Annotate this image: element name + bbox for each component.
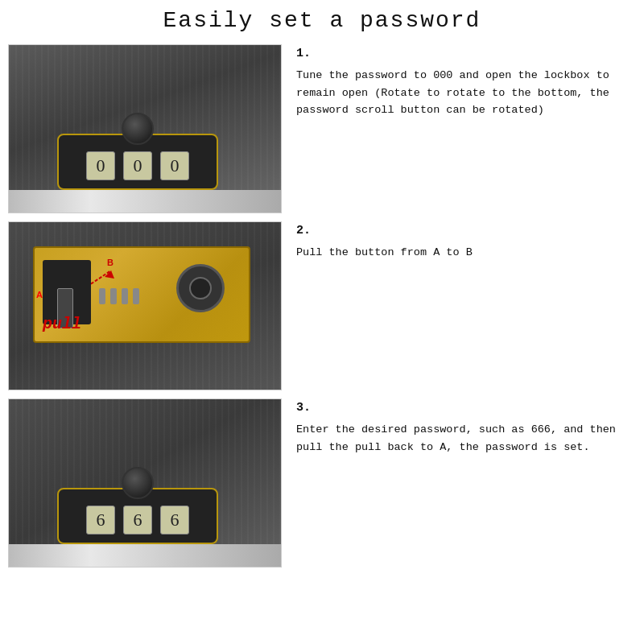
step-1-description: Tune the password to 000 and open the lo…	[296, 67, 636, 119]
step-3-text-block: 3. Enter the desired password, such as 6…	[282, 398, 636, 456]
mechanism-container: A B pull	[33, 246, 266, 367]
mech-pegs	[99, 288, 139, 304]
mech-socket	[176, 264, 225, 312]
step-1-text-block: 1. Tune the password to 000 and open the…	[282, 44, 636, 119]
step-2-number: 2.	[296, 221, 636, 241]
step-3-description: Enter the desired password, such as 666,…	[296, 421, 636, 456]
step-3-number: 3.	[296, 398, 636, 418]
label-a: A	[36, 290, 43, 299]
step-3-image: 6 6 6	[8, 398, 282, 568]
lock-panel-container: 0 0 0	[57, 134, 218, 190]
step-1-row: 0 0 0 1. Tune the password to 000 and op…	[8, 44, 636, 213]
peg-2	[110, 288, 117, 304]
page-title: Easily set a password	[163, 8, 481, 33]
lock-panel: 0 0 0	[57, 134, 218, 190]
step-2-image: A B pull	[8, 221, 282, 390]
digit-3-3: 6	[160, 506, 189, 535]
lock-panel-3: 6 6 6	[57, 488, 218, 544]
digit-1: 0	[86, 151, 115, 180]
step-3-row: 6 6 6 3. Enter the desired password, suc…	[8, 398, 636, 568]
page-container: Easily set a password 0 0 0 1.	[0, 0, 644, 644]
aluminum-strip	[9, 190, 281, 213]
digit-3: 0	[160, 151, 189, 180]
pull-label: pull	[43, 315, 81, 333]
step-1-number: 1.	[296, 44, 636, 64]
mechanism-plate: A B pull	[33, 246, 250, 343]
label-b: B	[107, 258, 114, 267]
peg-1	[99, 288, 105, 304]
digit-windows: 0 0 0	[86, 151, 189, 180]
peg-4	[133, 288, 139, 304]
socket-inner	[189, 277, 212, 299]
digit-windows-3: 6 6 6	[86, 506, 189, 535]
step-1-image: 0 0 0	[8, 44, 282, 213]
peg-3	[122, 288, 128, 304]
digit-2-3: 6	[123, 506, 152, 535]
dial-knob-3	[122, 467, 154, 499]
digit-1-3: 6	[86, 506, 115, 535]
aluminum-strip-3	[9, 544, 281, 567]
step-2-row: A B pull	[8, 221, 636, 390]
dial-knob	[122, 113, 154, 145]
step-2-description: Pull the button from A to B	[296, 244, 636, 262]
digit-2: 0	[123, 151, 152, 180]
step-2-text-block: 2. Pull the button from A to B	[282, 221, 636, 262]
lock-panel-container-3: 6 6 6	[57, 488, 218, 544]
